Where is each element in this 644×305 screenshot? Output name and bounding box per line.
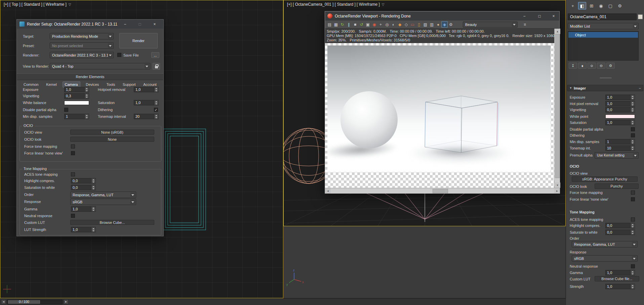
object-color-swatch[interactable] <box>638 14 643 19</box>
tab-kernel[interactable]: Kernel <box>44 82 59 87</box>
close-button[interactable]: × <box>151 21 159 27</box>
order-dropdown[interactable]: Response, Gamma, LUT <box>572 241 638 247</box>
save-file-browse-button[interactable]: ... <box>151 52 159 58</box>
renderer-dropdown[interactable]: OctaneRender 2022.1 RC 3 - 13.11 <box>50 52 114 58</box>
lut-strength-field[interactable]: 1,0 <box>71 227 96 232</box>
spinner[interactable] <box>84 94 89 98</box>
spinner[interactable] <box>630 101 635 106</box>
render-elements-rollout[interactable]: Render Elements <box>17 73 163 80</box>
tab-common[interactable]: Common <box>22 82 41 87</box>
layers-icon[interactable]: ≡ <box>522 21 528 28</box>
disable-partial-alpha-checkbox[interactable] <box>64 108 68 112</box>
vignetting-field[interactable]: 0,3 <box>64 93 89 99</box>
preset-dropdown[interactable]: No preset selected <box>50 42 114 49</box>
saturation-field[interactable]: 1,0 <box>605 120 635 125</box>
spinner[interactable] <box>630 95 635 100</box>
viewport-camera-label-row[interactable]: [+] [ OctaneCamera_001 ] [ Standard ] [ … <box>287 2 385 7</box>
focus-picker-icon[interactable]: ◎ <box>384 21 390 28</box>
display-tab-icon[interactable]: ▢ <box>606 2 614 9</box>
minimize-button[interactable]: − <box>121 21 129 27</box>
panel-scroll-grip[interactable] <box>600 77 612 78</box>
viewport-settings-icon[interactable]: ⚙ <box>448 21 454 28</box>
order-dropdown[interactable]: Response, Gamma, LUT <box>70 192 136 198</box>
save-all-passes-icon[interactable]: ▦ <box>333 21 339 28</box>
exposure-field[interactable]: 1,0 <box>64 87 89 92</box>
browse-cube-file-button[interactable]: Browse Cube file... <box>595 276 639 281</box>
render-view[interactable] <box>325 43 554 188</box>
target-dropdown[interactable]: Production Rendering Mode <box>50 33 114 39</box>
white-balance-picker-icon[interactable]: ◐ <box>390 21 397 28</box>
exposure-field[interactable]: 1,0 <box>605 95 635 100</box>
tab-tools[interactable]: Tools <box>105 82 117 87</box>
white-point-swatch[interactable] <box>605 114 635 118</box>
spinner[interactable] <box>91 207 95 211</box>
saturate-to-white-field[interactable]: 0,0 <box>605 230 635 235</box>
tab-support[interactable]: Support <box>121 82 138 87</box>
neutral-response-checkbox[interactable] <box>71 214 75 218</box>
maximize-button[interactable]: □ <box>535 13 544 19</box>
stop-render-icon[interactable]: ■ <box>352 21 358 28</box>
dithering-checkbox[interactable] <box>631 133 635 137</box>
configure-modifier-sets-icon[interactable]: ⚙ <box>606 63 615 69</box>
denoiser-toggle-icon[interactable]: ◈ <box>441 21 448 28</box>
close-button[interactable]: × <box>550 13 558 19</box>
subsampling-icon[interactable]: ▥ <box>429 21 435 28</box>
material-picker-icon[interactable]: ◆ <box>397 21 403 28</box>
minimize-button[interactable]: − <box>520 13 528 19</box>
horizontal-scroll-thumb[interactable] <box>433 189 448 193</box>
ocio-view-button[interactable]: sRGB: Appearance Punchy <box>572 176 638 182</box>
viewport-filter-icon[interactable]: ▽ <box>69 3 71 6</box>
copy-to-clipboard-icon[interactable]: ▣ <box>365 21 371 28</box>
scroll-down-icon[interactable]: ▼ <box>555 182 560 188</box>
tonemap-interval-field[interactable]: 20 <box>134 114 159 119</box>
render-pass-dropdown[interactable]: Beauty <box>463 22 518 28</box>
gamma-field[interactable]: 1,0 <box>605 270 635 275</box>
spinner[interactable] <box>630 230 635 235</box>
show-end-result-icon[interactable]: ∎ <box>578 63 587 69</box>
scroll-left-icon[interactable]: ◄ <box>325 188 331 194</box>
view-to-render-dropdown[interactable]: Quad 4 - Top <box>50 63 150 69</box>
spinner[interactable] <box>91 227 95 232</box>
viewport-camera-label[interactable]: [+] [ OctaneCamera_001 ] [ Standard ] [ … <box>287 2 380 7</box>
modify-tab-icon[interactable]: ◧ <box>578 2 586 9</box>
scroll-right-icon[interactable]: ► <box>554 188 560 194</box>
aces-checkbox[interactable] <box>631 217 635 222</box>
horizontal-scrollbar[interactable]: ◄ ► <box>325 188 560 194</box>
create-tab-icon[interactable]: + <box>569 2 577 9</box>
save-file-checkbox[interactable] <box>117 53 121 57</box>
timeline-prev-button[interactable]: ◄ <box>1 299 6 304</box>
spinner[interactable] <box>630 146 635 150</box>
vertical-scrollbar[interactable]: ▲ ▼ <box>554 29 560 188</box>
utilities-tab-icon[interactable]: ⚙ <box>616 2 624 9</box>
disable-partial-alpha-checkbox[interactable] <box>631 127 635 131</box>
saturation-field[interactable]: 1,0 <box>134 100 159 105</box>
alpha-mode-icon[interactable]: ▨ <box>422 21 429 28</box>
spinner[interactable] <box>84 114 89 119</box>
lock-camera-icon[interactable]: ◉ <box>371 21 377 28</box>
tonemap-int-field[interactable]: 10 <box>605 145 635 151</box>
pin-stack-icon[interactable]: ↧ <box>569 63 577 69</box>
force-tone-mapping-checkbox[interactable] <box>631 191 635 195</box>
premult-alpha-dropdown[interactable]: Use Kernel setting <box>595 152 639 159</box>
object-name-field[interactable]: OctaneCamera_001 <box>568 13 637 20</box>
response-dropdown[interactable]: sRGB <box>70 199 136 205</box>
restart-render-icon[interactable]: ↻ <box>339 21 346 28</box>
spinner[interactable] <box>154 114 158 119</box>
force-linear-checkbox[interactable] <box>631 197 635 201</box>
render-button[interactable]: Render <box>119 33 158 48</box>
ocio-look-button[interactable]: Punchy <box>595 183 639 189</box>
rollout-collapse-icon[interactable]: − <box>639 86 641 90</box>
remove-modifier-icon[interactable]: ⊖ <box>597 63 605 69</box>
timeline-track[interactable]: 0 / 100 <box>7 300 63 304</box>
spinner[interactable] <box>630 284 635 289</box>
spinner[interactable] <box>154 87 158 92</box>
viewport-top-label-row[interactable]: [+] [ Top ] [ Standard ] [ Wireframe ] ▽ <box>4 2 71 7</box>
viewport-top-label[interactable]: [+] [ Top ] [ Standard ] [ Wireframe ] <box>4 2 67 7</box>
saturation-to-white-field[interactable]: 0,0 <box>71 185 96 190</box>
object-picker-icon[interactable]: ◇ <box>403 21 409 28</box>
min-disp-samples-field[interactable]: 1 <box>64 114 89 119</box>
film-region-icon[interactable]: ▯ <box>416 21 422 28</box>
spinner[interactable] <box>154 100 158 105</box>
refresh-geometry-icon[interactable]: ↺ <box>358 21 365 28</box>
strength-field[interactable]: 1,0 <box>605 284 635 289</box>
